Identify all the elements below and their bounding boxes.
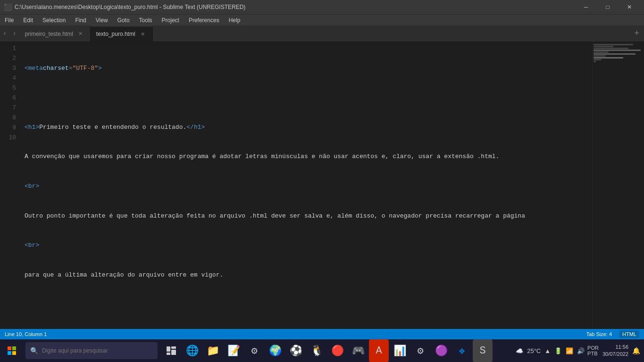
tab-label: primeiro_teste.html — [25, 31, 73, 37]
menu-selection[interactable]: Selection — [38, 15, 70, 26]
task-view-button[interactable] — [161, 339, 181, 362]
chrome-button[interactable]: 🔴 — [327, 339, 347, 362]
search-input[interactable] — [42, 347, 146, 354]
line-numbers: 1 2 3 4 5 6 7 8 9 10 — [0, 42, 20, 329]
weather-icon[interactable]: ☁️ — [515, 346, 524, 355]
minimap-line — [594, 57, 623, 59]
svg-rect-7 — [167, 353, 170, 355]
title-bar-left: ⬛ C:\Users\alano.menezes\Desktop\Logica\… — [4, 3, 245, 11]
search-bar[interactable]: 🔍 — [25, 342, 158, 359]
code-line-8: para que a última alteração do arquivo e… — [25, 270, 592, 280]
vscode-button[interactable]: ❖ — [452, 339, 472, 362]
tab-label-active: texto_puro.html — [96, 31, 135, 37]
menu-file[interactable]: File — [0, 15, 18, 26]
network-icon: 📶 — [565, 346, 574, 355]
taskbar-app3[interactable]: ⚽ — [286, 339, 306, 362]
edge-button[interactable]: 🌐 — [182, 339, 202, 362]
temperature: 25°C — [526, 346, 542, 355]
tab-add-button[interactable]: + — [629, 25, 644, 42]
taskbar-app5[interactable]: 🎮 — [348, 339, 368, 362]
menu-tools[interactable]: Tools — [134, 15, 157, 26]
sound-icon: 🔊 — [576, 346, 585, 355]
tab-close-primeiro[interactable]: ✕ — [77, 30, 84, 38]
close-button[interactable]: ✕ — [619, 0, 640, 14]
menu-goto[interactable]: Goto — [113, 15, 134, 26]
maximize-button[interactable]: □ — [597, 0, 619, 14]
code-line-9 — [25, 300, 592, 310]
line-num-6: 6 — [0, 93, 16, 103]
system-tray: ☁️ 25°C ▲ 🔋 📶 🔊 POR PTB 11:56 30/07/2022… — [511, 344, 644, 358]
taskbar-app1[interactable]: ⚙️ — [244, 339, 264, 362]
code-line-2 — [25, 93, 592, 103]
system-clock[interactable]: 11:56 30/07/2022 — [602, 344, 628, 358]
svg-rect-6 — [171, 350, 176, 355]
menu-project[interactable]: Project — [157, 15, 184, 26]
svg-rect-2 — [8, 351, 11, 355]
excel-button[interactable]: 📊 — [390, 339, 410, 362]
clock-date: 30/07/2022 — [602, 351, 628, 358]
search-icon: 🔍 — [30, 347, 38, 355]
tab-primeiro-teste[interactable]: primeiro_teste.html ✕ — [19, 26, 91, 42]
tray-icons: ☁️ 25°C ▲ 🔋 📶 🔊 — [515, 346, 585, 355]
svg-rect-1 — [12, 346, 16, 350]
minimap-line — [594, 50, 641, 51]
taskbar-app4[interactable]: 🐧 — [307, 339, 326, 362]
file-explorer-button[interactable]: 📁 — [203, 339, 223, 362]
tab-nav-next[interactable]: › — [9, 25, 19, 42]
code-line-7: <br> — [25, 241, 592, 251]
minimap-line — [594, 53, 636, 55]
minimap-line — [594, 55, 606, 57]
svg-rect-0 — [8, 346, 11, 350]
svg-rect-5 — [171, 346, 176, 349]
code-line-5: <br> — [25, 182, 592, 192]
taskbar: 🔍 🌐 📁 📝 ⚙️ 🌍 ⚽ 🐧 🔴 🎮 A — [0, 339, 644, 362]
menu-help[interactable]: Help — [224, 15, 245, 26]
minimap-line — [594, 61, 596, 62]
editor-area: 1 2 3 4 5 6 7 8 9 10 <meta charset="UTF-… — [0, 42, 644, 329]
minimize-button[interactable]: ─ — [575, 0, 597, 14]
code-editor[interactable]: <meta charset="UTF-8"> <h1>Primeiro test… — [20, 42, 592, 329]
minimap-line — [594, 44, 633, 45]
code-line-6: Outro ponto importante é que toda altera… — [25, 211, 592, 221]
taskbar-app7[interactable]: 🟣 — [431, 339, 451, 362]
language-selector[interactable]: HTML — [619, 330, 639, 338]
menu-find[interactable]: Find — [70, 15, 91, 26]
status-bar-right: Tab Size: 4 HTML — [586, 330, 639, 338]
line-num-2: 2 — [0, 54, 16, 64]
status-bar-left: Line 10, Column 1 — [5, 331, 47, 337]
title-text: C:\Users\alano.menezes\Desktop\Logica\te… — [15, 4, 245, 10]
language-code: POR — [587, 345, 599, 351]
line-num-4: 4 — [0, 74, 16, 84]
tab-close-texto[interactable]: ✕ — [139, 30, 147, 38]
menu-edit[interactable]: Edit — [18, 15, 38, 26]
menu-view[interactable]: View — [91, 15, 113, 26]
language-sub: PTB — [587, 351, 599, 356]
clock-time: 11:56 — [602, 344, 628, 351]
sublime-button[interactable]: S — [473, 339, 493, 362]
notification-icon[interactable]: 🔔 — [632, 347, 640, 354]
title-bar-controls[interactable]: ─ □ ✕ — [575, 0, 640, 14]
tabs-bar: ‹ › primeiro_teste.html ✕ texto_puro.htm… — [0, 25, 644, 42]
line-num-3: 3 — [0, 64, 16, 74]
code-line-4: A convenção que usaremos para criar noss… — [25, 152, 592, 162]
tab-size[interactable]: Tab Size: 4 — [586, 331, 612, 337]
menu-bar: File Edit Selection Find View Goto Tools… — [0, 14, 644, 25]
title-bar: ⬛ C:\Users\alano.menezes\Desktop\Logica\… — [0, 0, 644, 14]
taskbar-app2[interactable]: 🌍 — [265, 339, 285, 362]
sticky-notes-button[interactable]: 📝 — [224, 339, 243, 362]
taskbar-icons: 🌐 📁 📝 ⚙️ 🌍 ⚽ 🐧 🔴 🎮 A 📊 ⚙️ 🟣 ❖ S — [159, 339, 494, 362]
line-num-8: 8 — [0, 113, 16, 123]
taskbar-app6[interactable]: A — [369, 339, 389, 362]
line-num-10: 10 — [0, 133, 16, 143]
tray-arrow[interactable]: ▲ — [544, 346, 552, 355]
minimap-line — [594, 48, 628, 49]
svg-rect-4 — [167, 346, 170, 352]
line-num-9: 9 — [0, 123, 16, 133]
settings-button[interactable]: ⚙️ — [410, 339, 430, 362]
tab-nav-prev[interactable]: ‹ — [0, 25, 9, 42]
code-line-1: <meta charset="UTF-8"> — [25, 64, 592, 74]
tab-texto-puro[interactable]: texto_puro.html ✕ — [91, 26, 153, 42]
start-button[interactable] — [0, 339, 24, 362]
code-line-3: <h1>Primeiro teste e entendendo o result… — [25, 123, 592, 133]
menu-preferences[interactable]: Preferences — [184, 15, 224, 26]
